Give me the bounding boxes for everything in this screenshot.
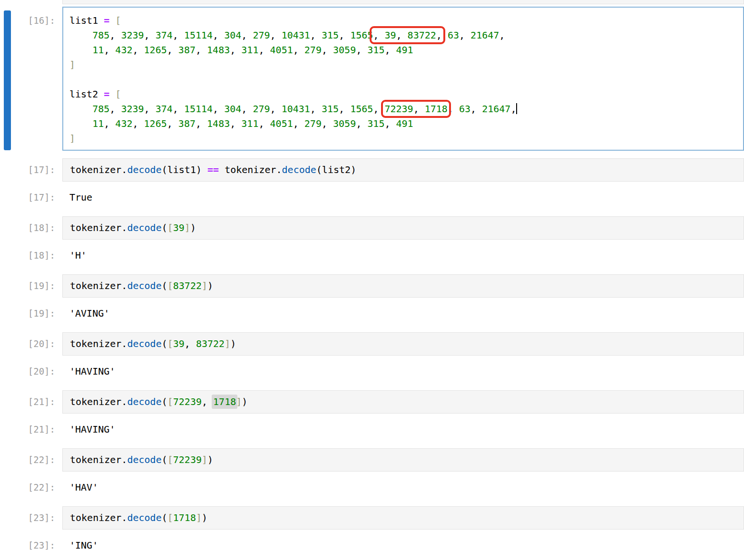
cell-code-editor[interactable]: tokenizer.decode([83722]) <box>62 274 744 298</box>
code-token: 387 <box>178 44 196 56</box>
cell-code-editor[interactable]: tokenizer.decode([72239, 1718]) <box>62 390 744 414</box>
code-token: 15114 <box>184 29 213 41</box>
code-token: [ <box>167 454 173 465</box>
cell-input-area: [19]: tokenizer.decode([83722]) <box>0 274 744 298</box>
notebook-cell: [23]: tokenizer.decode([1718]) [23]: 'IN… <box>0 506 744 553</box>
code-token: 1718 <box>425 103 448 115</box>
cell-input-area: [20]: tokenizer.decode([39, 83722]) <box>0 332 744 356</box>
cell-code-editor[interactable]: tokenizer.decode([39]) <box>62 216 744 240</box>
code-token: ) <box>207 280 213 291</box>
output-text: 'AVING' <box>62 306 744 321</box>
code-token: , <box>213 29 224 41</box>
code-token: (list2) <box>316 164 356 175</box>
code-token: , <box>167 118 178 129</box>
code-token: tokenizer. <box>70 338 127 349</box>
code-token: decode <box>127 454 161 465</box>
code-token: , <box>356 118 367 129</box>
code-line: tokenizer.decode([72239]) <box>70 453 742 467</box>
code-token: , <box>510 103 516 115</box>
code-token: 1483 <box>207 44 230 56</box>
code-token: 39 <box>173 338 185 349</box>
cell-code-editor[interactable]: tokenizer.decode(list1) == tokenizer.dec… <box>62 158 744 182</box>
cell-code-editor[interactable]: tokenizer.decode([72239]) <box>62 448 744 472</box>
code-token: [ <box>167 338 173 349</box>
code-line: tokenizer.decode([39, 83722]) <box>70 337 742 351</box>
code-line: list2 = [ <box>69 87 741 102</box>
code-token: tokenizer. <box>70 164 127 175</box>
code-token: decode <box>282 164 316 175</box>
code-line: 785, 3239, 374, 15114, 304, 279, 10431, … <box>69 28 741 43</box>
code-token: 374 <box>156 29 173 41</box>
code-token: 21647 <box>470 29 499 41</box>
code-token: 11 <box>92 44 104 56</box>
code-token: , <box>339 103 350 115</box>
code-token: 1483 <box>207 118 230 129</box>
code-token: [ <box>115 15 121 26</box>
code-line: 11, 432, 1265, 387, 1483, 311, 4051, 279… <box>69 43 741 58</box>
code-token: ) <box>190 222 196 233</box>
input-prompt: [18]: <box>0 216 62 235</box>
highlighted-token: 1718 <box>213 396 236 407</box>
code-token: 279 <box>253 29 270 41</box>
code-token: ) <box>242 396 247 407</box>
code-token: == <box>207 164 219 175</box>
code-token: 491 <box>396 44 413 56</box>
code-token: tokenizer. <box>70 222 127 233</box>
code-token: decode <box>127 396 161 407</box>
code-token: [ <box>167 280 173 291</box>
code-token <box>69 118 92 129</box>
cell-input-area: [16]: list1 = [ 785, 3239, 374, 15114, 3… <box>0 7 744 151</box>
code-token: 72239 <box>173 454 202 465</box>
code-token: 4051 <box>270 118 293 129</box>
code-token: 3059 <box>333 118 356 129</box>
code-token: , <box>230 118 241 129</box>
notebook-cell: [19]: tokenizer.decode([83722]) [19]: 'A… <box>0 274 744 321</box>
cell-input-area: [22]: tokenizer.decode([72239]) <box>0 448 744 472</box>
red-annotation-box: 72239, 1718 <box>384 103 447 115</box>
code-token: , <box>436 29 442 41</box>
code-token: , <box>104 44 115 56</box>
code-token: 21647 <box>482 103 510 115</box>
code-token: 785 <box>92 29 109 41</box>
code-token <box>109 88 115 100</box>
code-token <box>442 29 448 41</box>
code-token: , <box>448 103 459 115</box>
code-token: = <box>104 88 109 100</box>
code-token: ] <box>202 280 207 291</box>
code-token: , <box>396 29 408 41</box>
code-token: , <box>132 118 144 129</box>
code-token: , <box>132 44 144 56</box>
code-token: [ <box>167 512 173 523</box>
code-token: 432 <box>115 118 132 129</box>
code-token: ] <box>69 59 75 70</box>
code-token: ) <box>207 454 213 465</box>
output-text: 'HAVING' <box>62 364 744 379</box>
code-token: 72239 <box>384 103 413 115</box>
cell-code-editor[interactable]: tokenizer.decode([39, 83722]) <box>62 332 744 356</box>
notebook: [16]: list1 = [ 785, 3239, 374, 15114, 3… <box>0 0 744 560</box>
code-line: tokenizer.decode(list1) == tokenizer.dec… <box>70 163 742 177</box>
code-token: , <box>109 29 121 41</box>
cell-code-editor[interactable]: tokenizer.decode([1718]) <box>62 506 744 530</box>
code-token: 315 <box>367 44 384 56</box>
code-token: , <box>356 44 367 56</box>
text-cursor <box>516 103 517 114</box>
code-token: , <box>339 29 350 41</box>
code-token: ] <box>225 338 230 349</box>
code-token: , <box>258 44 270 56</box>
code-token: decode <box>127 280 161 291</box>
cell-code-editor[interactable]: list1 = [ 785, 3239, 374, 15114, 304, 27… <box>62 7 744 151</box>
cell-output-area: [20]: 'HAVING' <box>0 364 744 379</box>
code-token: 10431 <box>282 29 310 41</box>
code-line: tokenizer.decode([72239, 1718]) <box>70 395 742 409</box>
code-token: ] <box>185 222 190 233</box>
input-prompt: [20]: <box>0 332 62 351</box>
code-token: 1265 <box>144 44 167 56</box>
code-token: , <box>270 103 282 115</box>
code-token: , <box>173 29 184 41</box>
code-token: ( <box>162 280 167 291</box>
code-line: ] <box>69 58 741 72</box>
cell-input-area: [21]: tokenizer.decode([72239, 1718]) <box>0 390 744 414</box>
previous-cell-partial[interactable] <box>62 0 744 4</box>
cell-output-area: [17]: True <box>0 190 744 205</box>
